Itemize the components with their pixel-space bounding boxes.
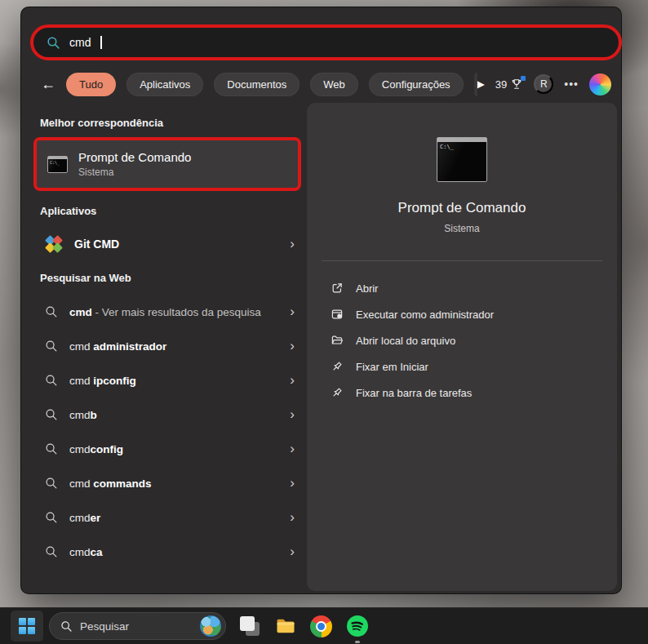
action-pin-to-start[interactable]: Fixar em Iniciar <box>307 353 617 380</box>
action-label: Fixar na barra de tarefas <box>356 387 472 399</box>
web-result[interactable]: cmdconfig › <box>33 432 301 466</box>
best-match-header: Melhor correspondência <box>40 117 163 129</box>
cmd-icon-text: C:\_ <box>50 160 60 165</box>
suffix-part: ipconfig <box>93 375 136 387</box>
preview-pane: C:\_ Prompt de Comando Sistema Abrir Exe… <box>307 103 617 591</box>
chevron-right-icon[interactable]: › <box>290 304 295 320</box>
query-part: cmd <box>69 409 91 421</box>
query-part: cmd <box>69 340 93 353</box>
query-part: cmd <box>69 375 93 387</box>
chevron-right-icon[interactable]: › <box>290 442 295 457</box>
taskbar-search-box[interactable]: Pesquisar <box>49 612 226 640</box>
web-result[interactable]: cmder › <box>33 500 301 535</box>
action-label: Executar como administrador <box>356 309 494 321</box>
suffix-part: commands <box>93 477 151 490</box>
action-open[interactable]: Abrir <box>307 275 617 301</box>
action-open-file-location[interactable]: Abrir local do arquivo <box>307 327 617 353</box>
preview-title: Prompt de Comando <box>398 200 526 216</box>
cmd-app-icon: C:\_ <box>47 156 68 173</box>
search-suggestion-icon <box>45 477 58 490</box>
search-icon <box>47 36 60 50</box>
start-button[interactable] <box>11 611 43 642</box>
tab-label: Tudo <box>79 78 103 91</box>
tab-tudo[interactable]: Tudo <box>66 73 116 96</box>
search-highlights-globe-icon[interactable] <box>200 615 221 637</box>
git-cmd-icon <box>45 235 63 253</box>
action-label: Fixar em Iniciar <box>356 361 428 373</box>
task-view-icon <box>240 616 260 636</box>
tab-documentos[interactable]: Documentos <box>214 73 300 96</box>
app-result-label: Git CMD <box>74 238 119 251</box>
back-button[interactable]: ← <box>41 77 55 91</box>
file-explorer-button[interactable] <box>273 614 298 639</box>
search-suggestion-icon <box>45 442 58 455</box>
more-options-button[interactable]: ••• <box>564 78 579 91</box>
search-suggestion-icon <box>45 305 58 318</box>
copilot-icon[interactable] <box>589 73 611 95</box>
spotify-icon <box>346 615 369 637</box>
search-suggestion-icon <box>45 511 58 524</box>
tabs-overflow-button[interactable]: ▶ <box>477 78 485 90</box>
action-label: Abrir <box>356 282 378 295</box>
query-part: cmd <box>69 306 92 318</box>
chevron-right-icon[interactable]: › <box>290 237 295 252</box>
query-part: cmd <box>69 477 93 490</box>
web-result[interactable]: cmd ipconfig › <box>33 363 301 398</box>
chrome-icon <box>310 615 332 637</box>
suffix-part: er <box>91 512 101 524</box>
rewards-badge[interactable]: 39 <box>495 78 523 91</box>
run-as-admin-icon <box>331 308 344 321</box>
query-part: cmd <box>69 512 91 524</box>
pin-icon <box>331 386 344 399</box>
web-result[interactable]: cmdca › <box>33 535 301 569</box>
notification-dot <box>521 76 526 81</box>
web-result[interactable]: cmd commands › <box>33 466 301 500</box>
search-suggestion-icon <box>45 374 58 387</box>
back-arrow-icon: ← <box>41 76 55 92</box>
chrome-button[interactable] <box>308 614 334 639</box>
action-pin-to-taskbar[interactable]: Fixar na barra de tarefas <box>307 380 617 406</box>
app-result-git-cmd[interactable]: Git CMD › <box>33 226 301 262</box>
clipped-tab <box>474 73 477 96</box>
search-input[interactable]: cmd <box>30 24 622 60</box>
play-icon: ▶ <box>477 78 485 90</box>
windows-logo-icon <box>19 618 35 634</box>
query-part: cmd <box>69 443 91 455</box>
web-result[interactable]: cmd administrador › <box>33 329 301 363</box>
tab-label: Aplicativos <box>140 78 190 91</box>
running-indicator <box>355 641 360 643</box>
web-result[interactable]: cmdb › <box>33 398 301 432</box>
tab-aplicativos[interactable]: Aplicativos <box>126 73 203 96</box>
suffix-part: - Ver mais resultados da pesquisa <box>92 306 261 318</box>
suffix-part: administrador <box>93 340 166 353</box>
best-match-title: Prompt de Comando <box>78 150 191 164</box>
query-part: cmd <box>69 546 91 558</box>
task-view-button[interactable] <box>237 614 262 639</box>
suffix-part: b <box>91 409 97 421</box>
best-match-item[interactable]: C:\_ Prompt de Comando Sistema <box>33 137 301 191</box>
chevron-right-icon[interactable]: › <box>290 544 295 560</box>
chevron-right-icon[interactable]: › <box>290 510 295 526</box>
account-avatar[interactable]: R <box>534 74 553 94</box>
search-icon <box>60 620 73 633</box>
tab-web[interactable]: Web <box>310 73 358 96</box>
search-query-text: cmd <box>69 36 91 49</box>
taskbar-search-placeholder: Pesquisar <box>80 620 129 633</box>
chevron-right-icon[interactable]: › <box>290 339 295 354</box>
web-result-see-more[interactable]: cmd - Ver mais resultados da pesquisa › <box>33 295 301 329</box>
tab-configuracoes[interactable]: Configurações <box>369 73 464 96</box>
search-suggestion-icon <box>45 545 58 558</box>
chevron-right-icon[interactable]: › <box>290 373 295 389</box>
cmd-icon-text: C:\_ <box>440 144 454 150</box>
suffix-part: ca <box>91 546 103 558</box>
chevron-right-icon[interactable]: › <box>290 476 295 491</box>
spotify-button[interactable] <box>344 614 370 639</box>
filter-tabs-bar: ← Tudo Aplicativos Documentos Web Config… <box>21 72 621 96</box>
suffix-part: config <box>91 443 124 455</box>
chevron-right-icon[interactable]: › <box>290 407 295 423</box>
open-external-icon <box>331 282 344 295</box>
action-run-as-admin[interactable]: Executar como administrador <box>307 301 617 327</box>
tab-label: Documentos <box>227 78 286 91</box>
web-search-header: Pesquisar na Web <box>40 272 131 284</box>
file-explorer-icon <box>274 615 297 637</box>
